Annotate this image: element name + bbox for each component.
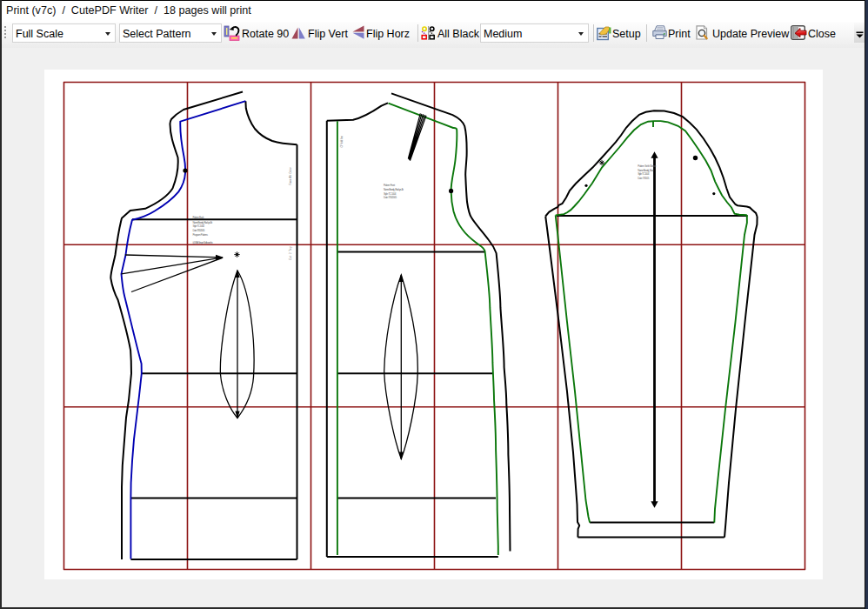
svg-text:Cut 2 Top: Cut 2 Top <box>289 246 292 260</box>
svg-text:Date: 7/31/2005: Date: 7/31/2005 <box>384 196 397 199</box>
svg-text:Date: 7/31/2005: Date: 7/31/2005 <box>193 229 205 232</box>
svg-text:Name: Beverly_Rae: Name: Beverly_Rae <box>638 169 653 172</box>
svg-text:Style: TC 1004: Style: TC 1004 <box>638 172 649 176</box>
svg-text:Pattern: Back: Pattern: Back <box>193 216 205 219</box>
svg-text:Pattern: Set In Sleeve: Pattern: Set In Sleeve <box>638 164 656 168</box>
svg-text:Face Att Outw: Face Att Outw <box>289 167 292 185</box>
svg-text:Style: TC 1004: Style: TC 1004 <box>193 224 205 228</box>
svg-text:CF fold line: CF fold line <box>340 136 344 148</box>
svg-text:Date: 7/31/05: Date: 7/31/05 <box>638 177 649 180</box>
svg-text:Program: Patterns: Program: Patterns <box>193 233 209 237</box>
svg-text:(c) Wild Ginger Software Inc: (c) Wild Ginger Software Inc <box>193 241 214 244</box>
svg-text:Pattern: Front: Pattern: Front <box>384 184 395 187</box>
svg-text:Name: Beverly_RaeLyn Jkt: Name: Beverly_RaeLyn Jkt <box>384 188 404 191</box>
